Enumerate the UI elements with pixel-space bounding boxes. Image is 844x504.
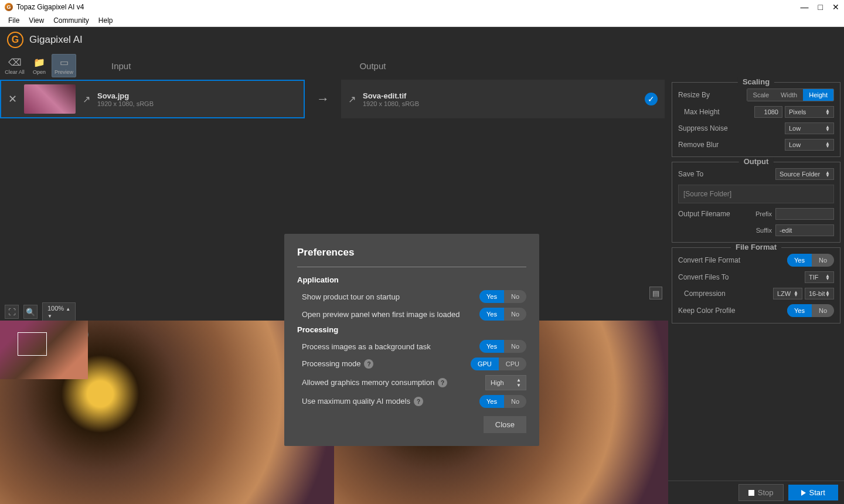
- window-title: Topaz Gigapixel AI v4: [16, 3, 84, 11]
- view-toggle-button[interactable]: ▤: [649, 287, 662, 299]
- max-quality-toggle[interactable]: YesNo: [479, 395, 526, 408]
- input-thumbnail: [24, 84, 76, 114]
- suffix-input[interactable]: [775, 224, 834, 236]
- format-select[interactable]: TIF▲▼: [805, 271, 834, 283]
- clear-icon: ⌫: [8, 57, 22, 68]
- folder-icon: 📁: [33, 57, 45, 68]
- open-preview-label: Open preview panel when first image is l…: [302, 310, 479, 319]
- output-section-label: Output: [359, 61, 386, 71]
- titlebar: G Topaz Gigapixel AI v4 — □ ✕: [0, 0, 844, 14]
- help-icon[interactable]: ?: [438, 378, 447, 387]
- convert-to-label: Convert Files To: [678, 273, 805, 281]
- filename-label: Output Filename: [678, 210, 755, 218]
- scale-seg[interactable]: Scale: [747, 89, 775, 101]
- input-file-meta: 1920 x 1080, sRGB: [97, 100, 154, 107]
- file-row: ✕ ↗ Sova.jpg 1920 x 1080, sRGB → ↗ Sova-…: [0, 79, 668, 120]
- remove-blur-label: Remove Blur: [678, 141, 785, 149]
- stop-icon: [748, 490, 754, 496]
- mem-label: Allowed graphics memory consumption?: [302, 378, 485, 388]
- menu-file[interactable]: File: [4, 15, 24, 26]
- menubar: File View Community Help: [0, 14, 844, 27]
- app-name: Gigapixel AI: [29, 34, 83, 46]
- preview-icon: ▭: [60, 57, 69, 68]
- unit-select[interactable]: Pixels▲▼: [785, 106, 834, 118]
- maximize-button[interactable]: □: [818, 2, 823, 12]
- app-icon: G: [5, 3, 13, 11]
- save-to-select[interactable]: Source Folder▲▼: [775, 168, 834, 180]
- suppress-noise-label: Suppress Noise: [678, 124, 785, 132]
- stop-button[interactable]: Stop: [738, 484, 784, 501]
- width-seg[interactable]: Width: [775, 89, 803, 101]
- save-to-label: Save To: [678, 170, 775, 178]
- proc-mode-label: Processing mode?: [302, 359, 471, 369]
- app-logo-icon: G: [7, 32, 23, 48]
- navigator[interactable]: [0, 321, 88, 379]
- file-format-panel: File Format Convert File Format YesNo Co…: [672, 247, 840, 323]
- fit-view-button[interactable]: ⛶: [5, 305, 19, 319]
- start-button[interactable]: Start: [788, 485, 838, 500]
- remove-blur-select[interactable]: Low▲▼: [785, 139, 834, 151]
- processing-section: Processing: [297, 325, 526, 334]
- max-height-label: Max Height: [678, 108, 754, 116]
- preferences-dialog: Preferences Application Show product tou…: [284, 234, 539, 446]
- keep-profile-toggle[interactable]: YesNo: [787, 304, 834, 317]
- source-path-box: [Source Folder]: [678, 185, 834, 203]
- check-icon: ✓: [645, 93, 658, 105]
- convert-format-label: Convert File Format: [678, 256, 787, 264]
- suppress-noise-select[interactable]: Low▲▼: [785, 122, 834, 134]
- resize-by-label: Resize By: [678, 91, 747, 99]
- preview-button[interactable]: ▭ Preview: [52, 54, 76, 77]
- input-filename: Sova.jpg: [97, 91, 154, 100]
- output-file-meta: 1920 x 1080, sRGB: [363, 100, 419, 107]
- zoom-select[interactable]: 100% ▲▼: [42, 302, 76, 321]
- open-preview-toggle[interactable]: YesNo: [479, 308, 526, 321]
- prefix-input[interactable]: [775, 208, 834, 220]
- menu-help[interactable]: Help: [94, 15, 118, 26]
- height-seg[interactable]: Height: [803, 89, 833, 101]
- compression-select[interactable]: LZW▲▼: [773, 288, 802, 299]
- output-file-card[interactable]: ↗ Sova-edit.tif 1920 x 1080, sRGB ✓: [341, 80, 665, 118]
- clear-all-button[interactable]: ⌫ Clear All: [2, 54, 27, 77]
- close-dialog-button[interactable]: Close: [484, 416, 526, 433]
- max-quality-label: Use maximum quality AI models?: [302, 397, 479, 407]
- bitdepth-select[interactable]: 16-bit▲▼: [805, 288, 834, 299]
- scaling-panel: Scaling Resize By Scale Width Height Max…: [672, 82, 840, 157]
- export-icon: ↗: [83, 94, 90, 105]
- toolbar: ⌫ Clear All 📁 Open ▭ Preview Input Outpu…: [0, 53, 844, 79]
- convert-format-toggle[interactable]: YesNo: [787, 254, 834, 267]
- play-icon: [801, 490, 806, 496]
- bg-task-toggle[interactable]: YesNo: [479, 340, 526, 353]
- keep-profile-label: Keep Color Profile: [678, 307, 787, 315]
- help-icon[interactable]: ?: [414, 397, 423, 406]
- zoom-button[interactable]: 🔍: [23, 305, 38, 319]
- show-tour-toggle[interactable]: YesNo: [479, 290, 526, 303]
- mem-select[interactable]: High▲▼: [485, 375, 526, 390]
- dialog-title: Preferences: [297, 247, 526, 258]
- close-window-button[interactable]: ✕: [832, 2, 839, 12]
- help-icon[interactable]: ?: [364, 359, 373, 369]
- menu-community[interactable]: Community: [49, 15, 94, 26]
- input-file-card[interactable]: ✕ ↗ Sova.jpg 1920 x 1080, sRGB: [0, 80, 305, 118]
- footer-bar: Stop Start: [668, 481, 844, 504]
- application-section: Application: [297, 275, 526, 284]
- compression-label: Compression: [678, 290, 773, 298]
- remove-file-button[interactable]: ✕: [8, 93, 17, 105]
- max-height-input[interactable]: [754, 106, 782, 118]
- open-button[interactable]: 📁 Open: [27, 54, 52, 77]
- app-header: G Gigapixel AI: [0, 27, 844, 53]
- arrow-icon: →: [316, 91, 329, 107]
- minimize-button[interactable]: —: [801, 2, 809, 12]
- bg-task-label: Process images as a background task: [302, 342, 479, 351]
- proc-mode-toggle[interactable]: GPUCPU: [471, 357, 526, 370]
- menu-view[interactable]: View: [24, 15, 49, 26]
- input-section-label: Input: [111, 61, 131, 71]
- show-tour-label: Show product tour on startup: [302, 292, 479, 301]
- output-panel: Output Save To Source Folder▲▼ [Source F…: [672, 162, 840, 243]
- export-icon: ↗: [348, 94, 356, 105]
- output-filename: Sova-edit.tif: [363, 91, 419, 100]
